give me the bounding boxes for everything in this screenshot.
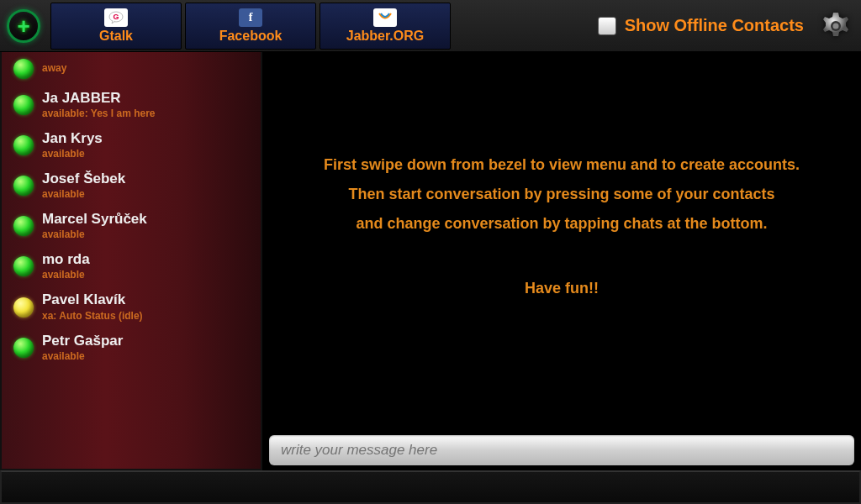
chat-pane: First swipe down from bezel to view menu… xyxy=(262,52,861,470)
topbar: + G Gtalk f Facebook Jabber.ORG Show Off… xyxy=(0,0,861,52)
contact-name: Jan Krys xyxy=(42,129,103,148)
gear-icon xyxy=(819,9,853,43)
contact-item[interactable]: Josef Šebekavailable xyxy=(2,165,261,205)
status-dot-icon xyxy=(13,176,34,196)
add-account-button[interactable]: + xyxy=(7,9,40,43)
facebook-icon: f xyxy=(239,8,262,27)
status-dot-icon xyxy=(13,297,34,318)
show-offline-label: Show Offline Contacts xyxy=(625,16,804,35)
account-tab-facebook[interactable]: f Facebook xyxy=(185,3,316,50)
status-dot-icon xyxy=(13,256,34,276)
contact-list[interactable]: awayJa JABBERavailable: Yes I am hereJan… xyxy=(0,52,262,470)
welcome-line: and change conversation by tapping chats… xyxy=(356,213,767,235)
welcome-line: Have fun!! xyxy=(525,277,599,300)
account-tab-label: Gtalk xyxy=(99,29,133,44)
xmpp-icon xyxy=(373,8,397,27)
contact-item[interactable]: Ja JABBERavailable: Yes I am here xyxy=(2,84,261,124)
contact-item[interactable]: away xyxy=(2,55,261,84)
svg-point-3 xyxy=(833,23,839,29)
show-offline-toggle[interactable]: Show Offline Contacts xyxy=(598,16,804,35)
welcome-line: Then start conversation by pressing some… xyxy=(348,183,774,206)
contact-name: Josef Šebek xyxy=(42,170,125,188)
contact-item[interactable]: mo rdaavailable xyxy=(2,245,261,286)
checkbox-icon xyxy=(598,17,616,35)
contact-item[interactable]: Petr Gašparavailable xyxy=(2,327,261,367)
account-tab-label: Jabber.ORG xyxy=(346,29,424,44)
plus-icon: + xyxy=(17,15,29,37)
contact-name: Petr Gašpar xyxy=(42,332,123,350)
status-dot-icon xyxy=(13,95,34,115)
contact-item[interactable]: Marcel Syrůčekavailable xyxy=(2,205,261,245)
status-dot-icon xyxy=(13,135,34,155)
contact-status: available xyxy=(42,228,147,240)
contact-name: Pavel Klavík xyxy=(42,291,143,309)
contact-status: away xyxy=(42,62,66,74)
account-tab-gtalk[interactable]: G Gtalk xyxy=(50,3,182,50)
contact-item[interactable]: Jan Krysavailable xyxy=(2,124,261,165)
contact-name: mo rda xyxy=(42,250,90,269)
contact-status: available: Yes I am here xyxy=(42,108,156,119)
status-dot-icon xyxy=(13,338,34,358)
contact-name: Ja JABBER xyxy=(42,89,156,108)
contact-status: available xyxy=(42,148,103,160)
contact-status: available xyxy=(42,350,123,362)
settings-button[interactable] xyxy=(817,8,854,45)
contact-item[interactable]: Pavel Klavíkxa: Auto Status (idle) xyxy=(2,286,261,326)
account-tab-jabber[interactable]: Jabber.ORG xyxy=(320,3,451,50)
welcome-line: First swipe down from bezel to view menu… xyxy=(324,154,800,176)
status-dot-icon xyxy=(13,59,34,79)
status-dot-icon xyxy=(13,216,34,236)
gtalk-icon: G xyxy=(104,8,128,27)
welcome-message: First swipe down from bezel to view menu… xyxy=(262,52,861,435)
contact-status: available xyxy=(42,188,125,200)
account-tab-label: Facebook xyxy=(219,29,283,44)
chat-tabs-bar[interactable] xyxy=(0,470,861,504)
contact-name: Marcel Syrůček xyxy=(42,210,147,228)
message-input[interactable] xyxy=(269,435,854,465)
contact-status: available xyxy=(42,269,90,281)
contact-status: xa: Auto Status (idle) xyxy=(42,310,143,322)
svg-text:G: G xyxy=(113,13,119,21)
